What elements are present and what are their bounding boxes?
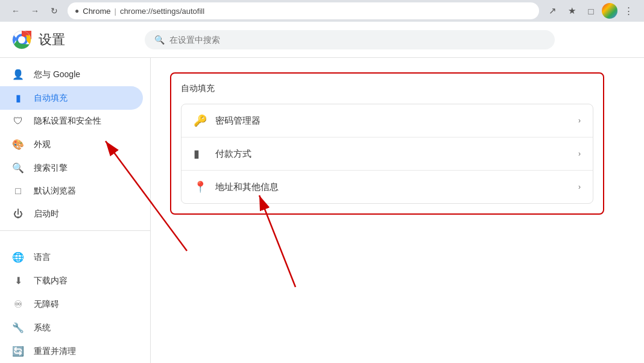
search-input[interactable] [169,35,545,45]
security-icon: ● [75,7,79,15]
settings-header: 设置 🔍 [0,22,644,58]
sidebar-label-system: 系统 [34,323,51,333]
power-icon: ⏻ [12,209,24,219]
reset-icon: 🔄 [12,346,24,357]
sidebar-item-autofill[interactable]: ▮ 自动填充 [0,86,143,110]
autofill-item-passwords[interactable]: 🔑 密码管理器 › [182,104,593,137]
sidebar-item-accessibility[interactable]: ♾ 无障碍 [0,292,143,316]
settings-app: 设置 🔍 👤 您与 Google ▮ 自动填充 [0,22,644,363]
sidebar-item-privacy[interactable]: 🛡 隐私设置和安全性 [0,110,143,133]
main-content: 自动填充 🔑 密码管理器 › ▮ 付款方式 › [151,58,644,363]
sidebar-item-default-browser[interactable]: □ 默认浏览器 [0,180,143,203]
menu-button[interactable]: ⋮ [620,2,637,19]
sidebar-item-language[interactable]: 🌐 语言 [0,245,143,269]
svg-point-5 [19,36,25,43]
sidebar-label-privacy: 隐私设置和安全性 [34,116,101,127]
sidebar-label-autofill: 自动填充 [34,93,68,104]
sidebar-label-google: 您与 Google [34,69,80,80]
sidebar-item-reset[interactable]: 🔄 重置并清理 [0,339,143,363]
wrench-icon: 🔧 [12,322,24,333]
window-button[interactable]: □ [582,2,599,19]
sidebar-item-search[interactable]: 🔍 搜索引擎 [0,156,143,180]
search-bar[interactable]: 🔍 [145,30,555,49]
passwords-arrow: › [578,116,581,125]
share-button[interactable]: ↗ [544,2,561,19]
back-button[interactable]: ← [7,2,24,19]
settings-title: 设置 [39,31,65,49]
addresses-arrow: › [578,183,581,191]
sidebar-item-startup[interactable]: ⏻ 启动时 [0,203,143,226]
sidebar-label-appearance: 外观 [34,139,51,150]
passwords-label: 密码管理器 [215,115,578,127]
sidebar-item-downloads[interactable]: ⬇ 下载内容 [0,269,143,292]
app-name-label: Chrome [83,7,110,16]
settings-layout: 👤 您与 Google ▮ 自动填充 🛡 隐私设置和安全性 🎨 外观 🔍 [0,58,644,363]
sidebar-label-reset: 重置并清理 [34,346,76,357]
autofill-item-addresses[interactable]: 📍 地址和其他信息 › [182,171,593,203]
location-icon: 📍 [194,180,215,194]
browser-icon: □ [12,186,24,197]
sidebar-label-downloads: 下载内容 [34,276,68,286]
sidebar: 👤 您与 Google ▮ 自动填充 🛡 隐私设置和安全性 🎨 外观 🔍 [0,58,151,363]
address-bar[interactable]: ● Chrome | chrome://settings/autofill [68,2,539,19]
card-icon: ▮ [194,147,215,160]
download-icon: ⬇ [12,275,24,286]
bookmark-button[interactable]: ★ [563,2,580,19]
url-path: chrome://settings/autofill [120,7,204,16]
sidebar-item-appearance[interactable]: 🎨 外观 [0,133,143,156]
autofill-card: 🔑 密码管理器 › ▮ 付款方式 › 📍 地址和其他信息 › [181,104,593,204]
payments-label: 付款方式 [215,148,578,160]
forward-button[interactable]: → [27,2,43,19]
palette-icon: 🎨 [12,139,24,150]
sidebar-label-language: 语言 [34,252,51,263]
chrome-logo [12,30,31,49]
profile-icon[interactable] [602,3,617,19]
autofill-section-title: 自动填充 [181,83,593,94]
sidebar-label-startup: 启动时 [34,209,59,219]
separator: | [115,7,116,16]
sidebar-label-search: 搜索引擎 [34,163,68,174]
reload-button[interactable]: ↻ [46,2,63,19]
key-icon: 🔑 [194,114,215,127]
autofill-sidebar-icon: ▮ [12,92,24,104]
sidebar-divider [0,230,150,231]
sidebar-gap [0,236,150,245]
sidebar-item-google[interactable]: 👤 您与 Google [0,63,143,86]
shield-icon: 🛡 [12,116,24,127]
search-sidebar-icon: 🔍 [12,162,24,174]
autofill-item-payments[interactable]: ▮ 付款方式 › [182,137,593,171]
browser-chrome: ← → ↻ ● Chrome | chrome://settings/autof… [0,0,644,22]
payments-arrow: › [578,150,581,158]
sidebar-label-accessibility: 无障碍 [34,299,59,310]
accessibility-icon: ♾ [12,298,24,310]
search-icon: 🔍 [154,35,165,45]
person-icon: 👤 [12,69,24,80]
sidebar-label-browser: 默认浏览器 [34,186,76,197]
autofill-section: 自动填充 🔑 密码管理器 › ▮ 付款方式 › [170,72,604,215]
addresses-label: 地址和其他信息 [215,182,578,193]
sidebar-item-system[interactable]: 🔧 系统 [0,316,143,339]
globe-icon: 🌐 [12,251,24,263]
